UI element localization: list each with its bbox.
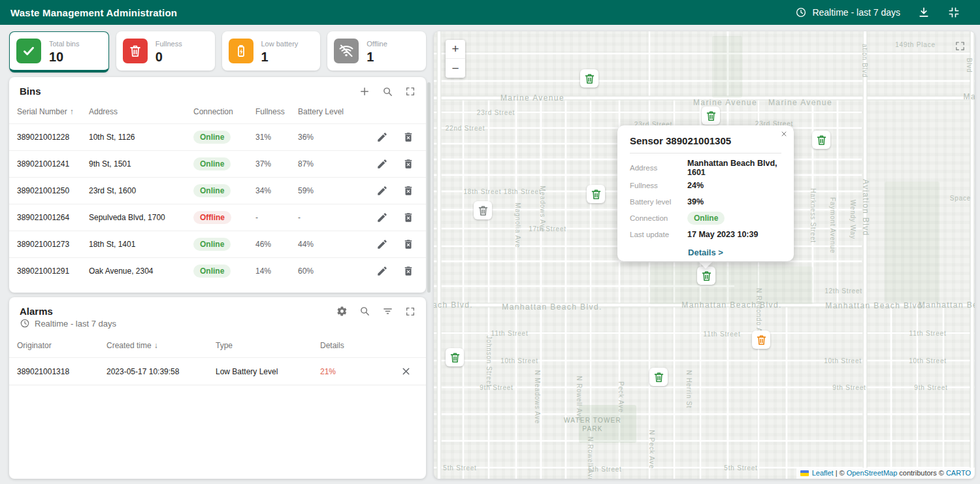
delete-bin-button[interactable] (402, 185, 414, 197)
field-value: 17 May 2023 10:39 (687, 230, 781, 239)
search-button[interactable] (382, 86, 393, 97)
column-serial-number[interactable]: Serial Number↑ (17, 107, 89, 116)
bin-fullness: 46% (255, 240, 298, 249)
bin-marker[interactable] (697, 266, 715, 285)
fullscreen-button[interactable] (405, 306, 416, 317)
stat-card-low-battery[interactable]: Low battery 1 (222, 31, 321, 71)
connection-badge: Online (193, 184, 231, 197)
app-title: Waste Management Administration (10, 7, 177, 18)
bin-battery: 87% (298, 159, 355, 169)
stat-label: Total bins (49, 40, 79, 48)
table-row[interactable]: 389021001291 Oak Avenue, 2304 Online 14%… (9, 257, 426, 284)
zoom-out-button[interactable]: − (446, 59, 465, 78)
delete-bin-button[interactable] (402, 158, 414, 170)
bin-battery: 44% (298, 240, 355, 249)
table-row[interactable]: 389021001241 9th St, 1501 Online 37% 87% (9, 150, 426, 177)
bin-marker[interactable] (649, 368, 668, 386)
stat-label: Offline (367, 40, 387, 48)
bin-serial: 389021001241 (17, 159, 89, 169)
bin-marker[interactable] (446, 348, 464, 366)
column-created-time[interactable]: Created time↓ (106, 341, 216, 350)
fullscreen-button[interactable] (405, 86, 416, 97)
bins-panel: Bins Serial Number↑ Address Connection F… (9, 77, 426, 293)
alarms-title: Alarms (20, 306, 53, 317)
filter-button[interactable] (382, 306, 393, 317)
delete-bin-button[interactable] (402, 265, 414, 277)
leaflet-link[interactable]: Leaflet (812, 469, 834, 477)
download-button[interactable] (917, 6, 930, 19)
edit-bin-button[interactable] (376, 238, 388, 250)
table-row[interactable]: 389021001250 23rd St, 1600 Online 34% 59… (9, 177, 426, 204)
stat-card-fullness[interactable]: Fullness 0 (116, 31, 215, 71)
alarm-row[interactable]: 389021001318 2023-05-17 10:39:58 Low Bat… (9, 357, 426, 385)
alarm-originator: 389021001318 (17, 367, 106, 376)
connection-badge: Online (193, 157, 231, 170)
edit-bin-button[interactable] (376, 212, 388, 223)
exit-fullscreen-button[interactable] (947, 6, 960, 19)
bin-marker[interactable] (812, 131, 830, 149)
stat-card-offline[interactable]: Offline 1 (327, 31, 426, 71)
stat-cards: Total bins 10 Fullness 0 Low battery 1 O… (9, 31, 426, 73)
edit-bin-button[interactable] (376, 265, 388, 277)
details-link[interactable]: Details > (688, 248, 723, 257)
bin-address: Oak Avenue, 2304 (89, 266, 193, 276)
stat-value: 10 (49, 50, 63, 64)
table-row[interactable]: 389021001228 10th St, 1126 Online 31% 36… (9, 123, 426, 150)
scrollbar[interactable] (427, 82, 431, 293)
clear-alarm-button[interactable] (400, 366, 412, 377)
add-bin-button[interactable] (359, 86, 370, 97)
edit-bin-button[interactable] (376, 131, 388, 143)
bin-fullness: 31% (255, 133, 298, 142)
bin-fullness: 14% (255, 266, 298, 276)
column-originator[interactable]: Originator (17, 341, 106, 350)
carto-link[interactable]: CARTO (946, 469, 971, 477)
bin-marker[interactable] (752, 331, 770, 349)
column-type[interactable]: Type (216, 341, 320, 350)
bin-serial: 389021001273 (17, 240, 89, 249)
timewindow-button[interactable]: Realtime - last 7 days (795, 7, 900, 18)
alarms-timewindow[interactable]: Realtime - last 7 days (9, 317, 426, 329)
connection-badge: Online (193, 265, 231, 278)
stat-card-total-bins[interactable]: Total bins 10 (9, 31, 109, 73)
edit-bin-button[interactable] (376, 185, 388, 197)
table-row[interactable]: 389021001264 Sepulveda Blvd, 1700 Offlin… (9, 204, 426, 231)
table-row[interactable]: 389021001273 18th St, 1401 Online 46% 44… (9, 231, 426, 257)
alarms-timewindow-label: Realtime - last 7 days (35, 319, 116, 329)
bin-marker[interactable] (474, 201, 492, 219)
sensor-popup: Sensor 389021001305 AddressManhattan Bea… (617, 125, 794, 261)
map-fullscreen-button[interactable] (955, 40, 966, 52)
column-connection[interactable]: Connection (193, 107, 255, 116)
delete-bin-button[interactable] (402, 212, 414, 223)
stat-label: Fullness (155, 40, 182, 48)
bin-serial: 389021001228 (17, 133, 89, 142)
bin-fullness: 34% (255, 186, 298, 195)
column-battery-level[interactable]: Battery Level (298, 107, 355, 116)
close-icon[interactable] (780, 130, 788, 138)
wifi-off-icon (334, 39, 359, 63)
field-label: Fullness (630, 182, 687, 189)
column-address[interactable]: Address (89, 107, 193, 116)
map[interactable]: + − Marine AvenueMarine AvenueMarine Ave… (434, 31, 975, 479)
bin-address: 9th St, 1501 (89, 159, 193, 169)
bin-fullness: - (255, 213, 298, 222)
bin-marker[interactable] (587, 185, 605, 203)
green-strip (712, 36, 742, 98)
bin-marker[interactable] (702, 106, 720, 125)
alarms-panel: Alarms Realtime - last 7 days Originator… (9, 297, 426, 479)
zoom-in-button[interactable]: + (446, 40, 465, 59)
delete-bin-button[interactable] (402, 131, 414, 143)
trash-icon (123, 39, 148, 63)
bin-marker[interactable] (580, 69, 598, 88)
clock-icon (20, 318, 30, 329)
search-button[interactable] (359, 306, 370, 317)
bin-battery: - (298, 213, 355, 222)
column-details[interactable]: Details (320, 341, 392, 350)
park-area (649, 266, 813, 304)
osm-link[interactable]: OpenStreetMap (847, 469, 898, 477)
settings-button[interactable] (336, 306, 348, 317)
column-fullness[interactable]: Fullness (255, 107, 298, 116)
delete-bin-button[interactable] (402, 238, 414, 250)
sort-asc-icon: ↑ (70, 107, 74, 116)
connection-badge: Online (193, 238, 231, 251)
edit-bin-button[interactable] (376, 158, 388, 170)
